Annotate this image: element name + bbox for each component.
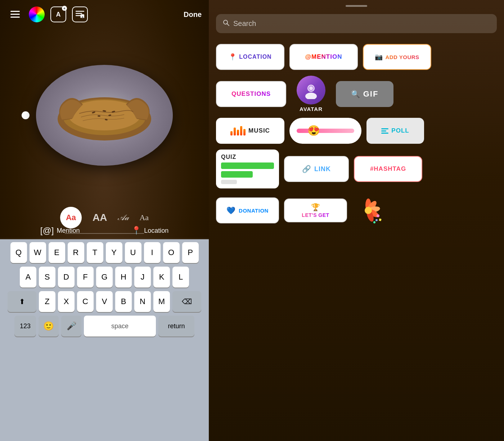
key-u[interactable]: U [125, 242, 141, 263]
sticker-row-2: QUESTIONS AVATAR 🔍 GIF [216, 76, 497, 112]
key-g[interactable]: G [96, 267, 113, 288]
questions-sticker[interactable]: QUESTIONS [216, 81, 286, 107]
font-option-serif[interactable]: Aa [139, 213, 149, 222]
key-s[interactable]: S [39, 267, 55, 288]
confetti-sticker[interactable] [352, 194, 384, 227]
emoji-slider-sticker[interactable]: 😍 [289, 118, 361, 144]
svg-rect-4 [76, 13, 82, 14]
key-n[interactable]: N [134, 291, 151, 312]
key-a[interactable]: A [20, 267, 36, 288]
link-sticker[interactable]: 🔗 LINK [284, 156, 349, 182]
key-123[interactable]: 123 [14, 316, 36, 337]
location-sticker[interactable]: 📍 LOCATION [216, 44, 284, 70]
top-toolbar: A + A Done [0, 0, 209, 29]
key-h[interactable]: H [115, 267, 132, 288]
svg-point-32 [373, 221, 375, 223]
music-sticker-label: MUSIC [248, 127, 270, 134]
sticker-row-4: QUIZ 🔗 LINK #HASHTAG [216, 150, 497, 188]
key-r[interactable]: R [68, 242, 84, 263]
key-return[interactable]: return [158, 316, 194, 337]
search-bar[interactable]: Search [216, 14, 497, 33]
key-v[interactable]: V [96, 291, 113, 312]
key-space[interactable]: space [84, 316, 156, 337]
key-x[interactable]: X [58, 291, 75, 312]
key-f[interactable]: F [77, 267, 94, 288]
key-i[interactable]: I [144, 242, 161, 263]
done-button[interactable]: Done [184, 10, 202, 19]
svg-text:A: A [81, 15, 84, 18]
search-icon [222, 19, 230, 28]
key-l[interactable]: L [172, 267, 189, 288]
location-label: Location [144, 227, 168, 235]
avatar-sticker[interactable]: AVATAR [291, 76, 331, 112]
mention-button[interactable]: [@] Mention [40, 226, 80, 236]
font-option-script[interactable]: 𝒜𝒶 [118, 213, 129, 222]
text-plus-button[interactable]: A + [50, 6, 66, 22]
key-m[interactable]: M [153, 291, 170, 312]
mention-sticker[interactable]: @MENTION [289, 44, 358, 70]
key-t[interactable]: T [87, 242, 103, 263]
color-wheel-button[interactable] [29, 6, 45, 22]
location-pin-icon: 📍 [229, 53, 237, 61]
key-p[interactable]: P [182, 242, 199, 263]
key-k[interactable]: K [153, 267, 170, 288]
svg-point-22 [309, 86, 313, 90]
quiz-bar-full [221, 162, 274, 169]
quiz-bar-partial [221, 171, 253, 178]
key-c[interactable]: C [77, 291, 94, 312]
keyboard: Q W E R T Y U I O P A S D F G H J K L ⬆ … [0, 239, 209, 441]
questions-sticker-label: QUESTIONS [231, 90, 271, 98]
donation-sticker[interactable]: 💙 DONATION [216, 197, 279, 223]
svg-rect-2 [10, 17, 20, 18]
svg-point-30 [375, 219, 378, 221]
location-button[interactable]: 📍 Location [131, 226, 168, 235]
key-y[interactable]: Y [106, 242, 122, 263]
quiz-sticker[interactable]: QUIZ [216, 150, 279, 188]
at-icon: [@] [40, 226, 54, 236]
text-tool-cursor [22, 111, 30, 119]
key-microphone[interactable]: 🎤 [61, 316, 81, 337]
key-b[interactable]: B [115, 291, 132, 312]
key-z[interactable]: Z [39, 291, 55, 312]
letsget-sticker[interactable]: 🏆 LET'S GET [284, 199, 347, 222]
keyboard-row-1: Q W E R T Y U I O P [1, 242, 207, 263]
drag-handle[interactable] [346, 5, 367, 7]
menu-icon[interactable] [7, 6, 23, 22]
camera-icon: 📷 [375, 53, 383, 61]
svg-point-28 [365, 207, 372, 214]
key-delete[interactable]: ⌫ [172, 291, 201, 312]
photo-area [14, 29, 194, 202]
hashtag-sticker[interactable]: #HASHTAG [354, 156, 422, 182]
key-d[interactable]: D [58, 267, 75, 288]
link-icon: 🔗 [302, 165, 311, 173]
addyours-sticker[interactable]: 📷 ADD YOURS [363, 44, 431, 70]
key-j[interactable]: J [134, 267, 151, 288]
key-o[interactable]: O [163, 242, 180, 263]
sticker-row-3: MUSIC 😍 POLL [216, 118, 497, 144]
croissant-image [54, 86, 155, 144]
text-align-button[interactable]: A [72, 6, 88, 22]
poll-sticker-label: POLL [391, 127, 409, 134]
sticker-row-1: 📍 LOCATION @MENTION 📷 ADD YOURS [216, 44, 497, 70]
svg-rect-3 [76, 11, 84, 12]
search-small-icon: 🔍 [351, 90, 360, 98]
key-shift[interactable]: ⬆ [8, 291, 36, 312]
addyours-sticker-label: ADD YOURS [385, 54, 419, 60]
key-emoji[interactable]: 🙂 [39, 316, 59, 337]
letsget-icon: 🏆 [311, 203, 320, 211]
key-e[interactable]: E [49, 242, 65, 263]
key-w[interactable]: W [30, 242, 46, 263]
gif-sticker[interactable]: 🔍 GIF [336, 81, 393, 107]
sticker-row-5: 💙 DONATION 🏆 LET'S GET [216, 194, 497, 227]
key-q[interactable]: Q [10, 242, 27, 263]
plate [36, 65, 173, 166]
search-placeholder: Search [233, 19, 256, 28]
separator-line [0, 238, 209, 239]
svg-line-18 [227, 24, 229, 26]
hashtag-sticker-label: #HASHTAG [370, 165, 406, 173]
music-sticker[interactable]: MUSIC [216, 118, 284, 144]
location-sticker-label: LOCATION [239, 54, 271, 60]
music-bars-icon [230, 126, 246, 135]
left-panel: A + A Done [0, 0, 209, 441]
poll-sticker[interactable]: POLL [366, 118, 424, 144]
